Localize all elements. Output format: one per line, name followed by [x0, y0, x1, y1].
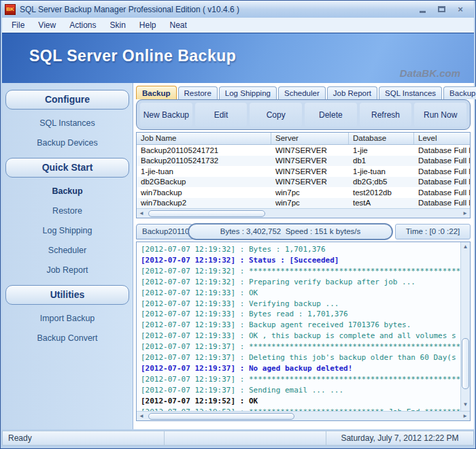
scroll-up-icon[interactable]: ▲ [462, 243, 470, 252]
tab-job-report[interactable]: Job Report [327, 86, 377, 99]
cell-database: testA [349, 199, 414, 207]
menu-skin[interactable]: Skin [103, 20, 133, 30]
menu-help[interactable]: Help [133, 20, 163, 30]
tab-log-shipping[interactable]: Log Shipping [219, 86, 277, 99]
table-row[interactable]: 1-jie-tuan WIN7SERVER 1-jie-tuan Databas… [137, 166, 470, 177]
log-horizontal-scrollbar[interactable]: ◄ ► [137, 411, 470, 420]
app-logo-icon: BK [5, 4, 16, 15]
cell-server: WIN7SERVER [271, 167, 349, 176]
app-logo-text: BK [6, 6, 14, 12]
sidebar-item-backup[interactable]: Backup [2, 182, 133, 201]
log-line: [2012-07-07 12:19:33] : Backup agent rec… [141, 320, 460, 331]
edit-button[interactable]: Edit [195, 103, 248, 127]
menu-bar: File View Actions Skin Help Neat [2, 18, 474, 33]
cell-server: WIN7SERVER [271, 146, 349, 154]
table-row[interactable]: Backup201105241721 WIN7SERVER 1-jie Data… [137, 145, 470, 156]
log-line: [2012-07-07 12:19:33] : Bytes read : 1,7… [141, 309, 460, 320]
sidebar-item-import-backup[interactable]: Import Backup [2, 309, 133, 329]
column-header-level[interactable]: Level [414, 133, 470, 144]
tab-backup[interactable]: Backup [136, 86, 177, 99]
status-datetime: Saturday, July 7, 2012 12:22 PM [326, 431, 473, 445]
log-line: [2012-07-07 12:19:33] : OK , this backup… [141, 331, 460, 342]
new-backup-button[interactable]: New Backup [140, 103, 192, 127]
table-row[interactable]: win7backup2 win7pc testA Database Full B… [137, 198, 470, 209]
sidebar-item-restore[interactable]: Restore [2, 201, 133, 221]
table-row[interactable]: Backup201105241732 WIN7SERVER db1 Databa… [137, 156, 470, 167]
tab-backup-devices[interactable]: Backup Devices [443, 86, 476, 99]
log-vertical-scrollbar[interactable]: ▲ ▼ [460, 242, 470, 411]
column-header-server[interactable]: Server [271, 133, 349, 144]
copy-button[interactable]: Copy [250, 103, 302, 127]
cell-database: db1 [349, 156, 414, 165]
running-job-tab[interactable]: Backup201105 [136, 224, 193, 239]
log-output: [2012-07-07 12:19:32] : Bytes : 1,701,37… [137, 242, 460, 411]
cell-server: win7pc [271, 199, 349, 207]
scroll-right-icon[interactable]: ► [460, 412, 470, 421]
tab-restore[interactable]: Restore [178, 86, 218, 99]
menu-neat[interactable]: Neat [163, 20, 194, 30]
job-table: Job Name Server Database Level Backup201… [136, 132, 471, 218]
cell-level: Database Full Bac [414, 167, 470, 176]
cell-level: Database Full Bac [414, 188, 470, 197]
minimize-button[interactable] [417, 4, 428, 14]
close-button[interactable]: × [455, 4, 466, 14]
log-line: [2012-07-07 12:19:52] : OK [141, 396, 460, 407]
sidebar-item-backup-devices[interactable]: Backup Devices [2, 133, 133, 153]
scroll-left-icon[interactable]: ◄ [137, 209, 146, 218]
log-scrollbar-thumb[interactable] [148, 413, 294, 420]
log-line: [2012-07-07 12:19:37] : No aged backup d… [141, 363, 460, 374]
sidebar-item-backup-convert[interactable]: Backup Convert [2, 329, 133, 348]
sidebar-item-log-shipping[interactable]: Log Shipping [2, 221, 133, 241]
status-bar: Ready Saturday, July 7, 2012 12:22 PM [2, 431, 474, 446]
log-vscrollbar-thumb[interactable] [462, 338, 469, 388]
cell-level: Database Full Bac [414, 156, 470, 165]
maximize-button[interactable] [436, 4, 447, 14]
log-line: [2012-07-07 12:19:37] : ****************… [141, 342, 460, 352]
main-area: Configure SQL Instances Backup Devices Q… [2, 83, 474, 429]
job-table-body: Backup201105241721 WIN7SERVER 1-jie Data… [137, 145, 470, 208]
title-bar: BK SQL Server Backup Manager Professiona… [2, 1, 474, 18]
scroll-left-icon[interactable]: ◄ [137, 412, 146, 421]
sidebar-item-scheduler[interactable]: Scheduler [2, 241, 133, 261]
cell-database: 1-jie-tuan [349, 167, 414, 176]
log-line: [2012-07-07 12:19:32] : Preparing verify… [141, 277, 460, 288]
cell-server: WIN7SERVER [271, 156, 349, 165]
bytes-speed-status: Bytes : 3,402,752 Speed : 151 k bytes/s [188, 223, 393, 240]
column-header-database[interactable]: Database [349, 133, 414, 144]
sidebar-header-quick-start[interactable]: Quick Start [5, 158, 129, 178]
status-spacer [165, 431, 326, 445]
sidebar-header-configure[interactable]: Configure [5, 90, 129, 110]
run-now-button[interactable]: Run Now [414, 103, 466, 127]
job-table-header: Job Name Server Database Level [137, 133, 470, 145]
delete-button[interactable]: Delete [305, 103, 357, 127]
menu-view[interactable]: View [31, 20, 63, 30]
cell-job-name: db2GBackup [137, 178, 271, 186]
cell-job-name: win7backup [137, 188, 271, 197]
sidebar-item-job-report[interactable]: Job Report [2, 261, 133, 280]
minimize-icon [420, 11, 426, 13]
cell-job-name: win7backup2 [137, 199, 271, 207]
banner-title: SQL Server Online Backup [29, 47, 236, 65]
scroll-down-icon[interactable]: ▼ [462, 401, 470, 410]
log-line: [2012-07-07 12:19:32] : Status : [Succee… [141, 255, 460, 266]
cell-level: Database Full Bac [414, 178, 470, 186]
table-row[interactable]: win7backup win7pc test2012db Database Fu… [137, 187, 470, 198]
sidebar-header-utilities[interactable]: Utilities [5, 285, 129, 305]
column-header-job-name[interactable]: Job Name [137, 133, 271, 144]
sidebar-item-sql-instances[interactable]: SQL Instances [2, 114, 133, 133]
table-horizontal-scrollbar[interactable]: ◄ ► [137, 208, 470, 218]
cell-database: db2G;db5 [349, 178, 414, 186]
tab-scheduler[interactable]: Scheduler [278, 86, 326, 99]
refresh-button[interactable]: Refresh [360, 103, 412, 127]
table-row[interactable]: db2GBackup WIN7SERVER db2G;db5 Database … [137, 177, 470, 188]
banner: SQL Server Online Backup DataBK.com [2, 33, 474, 83]
menu-actions[interactable]: Actions [63, 20, 103, 30]
tab-sql-instances[interactable]: SQL Instances [379, 86, 442, 99]
table-scrollbar-thumb[interactable] [148, 210, 265, 217]
cell-job-name: Backup201105241721 [137, 146, 271, 154]
menu-file[interactable]: File [5, 20, 31, 30]
scroll-right-icon[interactable]: ► [460, 209, 470, 218]
window-title: SQL Server Backup Manager Professional E… [20, 5, 413, 14]
window-controls: × [417, 4, 466, 14]
log-line: [2012-07-07 12:19:33] : Verifying backup… [141, 299, 460, 310]
